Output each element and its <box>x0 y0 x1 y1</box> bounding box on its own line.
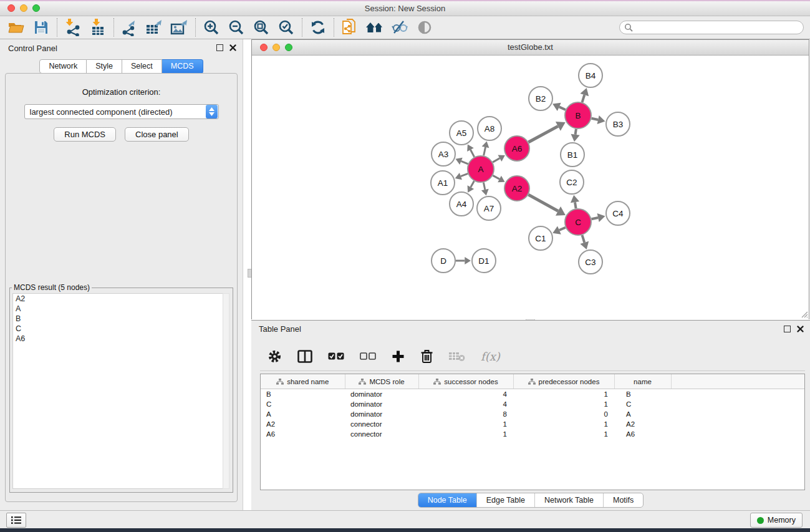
task-history-button[interactable] <box>6 513 26 528</box>
result-scrollbar[interactable] <box>223 293 229 489</box>
settings-gear-icon[interactable] <box>268 349 282 364</box>
graph-edge-C-C1[interactable] <box>559 228 566 230</box>
table-cell: dominator <box>345 409 418 419</box>
table-cell-filler <box>671 389 804 400</box>
import-table-button[interactable] <box>85 17 110 37</box>
tab-select[interactable]: Select <box>122 59 162 74</box>
graph-edge-B-B4[interactable] <box>582 95 585 102</box>
graph-edge-A2-C[interactable] <box>528 195 558 211</box>
tab-network[interactable]: Network <box>39 59 87 74</box>
tab-node-table[interactable]: Node Table <box>418 493 476 507</box>
table-cell: 1 <box>513 429 614 439</box>
graph-edge-C-C4[interactable] <box>591 218 598 219</box>
close-window-button[interactable] <box>7 4 15 12</box>
graph-edge-B-B3[interactable] <box>591 118 598 120</box>
result-item[interactable]: A2 <box>13 294 223 304</box>
tab-style[interactable]: Style <box>87 59 122 74</box>
resize-grip-icon[interactable] <box>800 310 808 318</box>
network-minimize-button[interactable] <box>272 44 280 51</box>
hide-glasses-button[interactable] <box>387 17 412 37</box>
column-header-shared-name[interactable]: shared name <box>261 374 345 389</box>
column-header-predecessor-nodes[interactable]: predecessor nodes <box>513 374 614 389</box>
zoom-selected-button[interactable] <box>274 17 299 37</box>
column-header-filler <box>671 374 804 389</box>
run-mcds-button[interactable]: Run MCDS <box>54 127 116 142</box>
search-input[interactable] <box>619 21 804 34</box>
tab-network-table[interactable]: Network Table <box>534 493 603 507</box>
zoom-in-icon <box>203 19 219 36</box>
tab-mcds[interactable]: MCDS <box>162 59 203 74</box>
zoom-out-button[interactable] <box>224 17 249 37</box>
graph-edge-A-A6[interactable] <box>493 158 499 162</box>
column-header-name[interactable]: name <box>614 374 671 389</box>
table-row[interactable]: Bdominator41B <box>261 389 804 400</box>
save-session-button[interactable] <box>29 17 54 37</box>
float-panel-icon[interactable] <box>216 44 223 51</box>
graph-edge-A-A1[interactable] <box>461 173 468 176</box>
result-item[interactable]: A <box>13 304 223 314</box>
zoom-out-icon <box>228 19 244 36</box>
delete-icon[interactable] <box>420 349 433 364</box>
table-cell: 0 <box>513 409 614 419</box>
memory-button[interactable]: Memory <box>750 513 803 528</box>
zoom-in-button[interactable] <box>199 17 224 37</box>
table-row[interactable]: Cdominator41C <box>261 399 804 409</box>
import-network-button[interactable] <box>60 17 85 37</box>
table-row[interactable]: A2connector11A2 <box>261 419 804 429</box>
graph-edge-B-B1[interactable] <box>576 129 576 135</box>
tab-edge-table[interactable]: Edge Table <box>476 493 534 507</box>
function-fx-icon: f(x) <box>481 350 500 363</box>
graph-node-label: A8 <box>485 124 495 133</box>
export-table-button[interactable] <box>142 17 167 37</box>
zoom-fit-button[interactable] <box>249 17 274 37</box>
list-icon <box>11 516 21 525</box>
open-session-button[interactable] <box>4 17 29 37</box>
table-row[interactable]: A6connector11A6 <box>261 429 804 439</box>
graph-edge-A-A7[interactable] <box>483 183 485 190</box>
export-network-button[interactable] <box>117 17 142 37</box>
graph-edge-A-A5[interactable] <box>470 150 474 157</box>
graph-edge-C-C3[interactable] <box>582 235 585 243</box>
graph-edge-B-B2[interactable] <box>559 107 566 110</box>
network-graph: B4B2BB3B1C2A5A8A6A3AA1A2A4A7C4CC1C3DD1 <box>252 56 809 319</box>
select-all-icon[interactable] <box>328 352 344 360</box>
home-button[interactable] <box>362 17 387 37</box>
graph-edge-A-A4[interactable] <box>471 181 474 187</box>
table-row[interactable]: Adominator80A <box>261 409 804 419</box>
export-image-button[interactable] <box>167 17 192 37</box>
graph-node-label: C2 <box>566 178 577 187</box>
network-zoom-button[interactable] <box>285 44 292 51</box>
table-cell: B <box>614 389 671 400</box>
show-eye-button[interactable] <box>412 17 437 37</box>
deselect-all-icon[interactable] <box>360 352 376 360</box>
tab-motifs[interactable]: Motifs <box>603 493 643 507</box>
network-close-button[interactable] <box>260 44 268 51</box>
close-panel-icon[interactable] <box>797 326 804 332</box>
graph-node-label: A7 <box>484 204 494 213</box>
refresh-button[interactable] <box>306 17 330 37</box>
close-panel-icon[interactable] <box>229 44 236 51</box>
graph-edge-A6-B[interactable] <box>528 126 557 142</box>
result-item[interactable]: B <box>13 314 223 324</box>
graph-edge-A-A3[interactable] <box>461 161 468 163</box>
zoom-window-button[interactable] <box>32 4 40 12</box>
control-panel: Control Panel Network Style Select MCDS … <box>0 39 243 510</box>
network-canvas[interactable]: B4B2BB3B1C2A5A8A6A3AA1A2A4A7C4CC1C3DD1 <box>252 56 809 319</box>
status-bar: Memory <box>0 510 810 528</box>
network-from-selection-button[interactable] <box>337 17 362 37</box>
result-item[interactable]: A6 <box>13 334 223 344</box>
graph-edge-C-C2[interactable] <box>575 202 576 208</box>
criterion-dropdown[interactable]: largest connected component (directed) <box>24 104 219 119</box>
columns-icon[interactable] <box>297 350 312 363</box>
float-panel-icon[interactable] <box>784 326 791 332</box>
mcds-result-title: MCDS result (5 nodes) <box>12 283 92 292</box>
graph-edge-A-A8[interactable] <box>484 147 486 155</box>
graph-edge-A-A2[interactable] <box>493 175 499 179</box>
result-item[interactable]: C <box>13 324 223 334</box>
add-column-icon[interactable] <box>392 350 405 363</box>
minimize-window-button[interactable] <box>20 4 27 12</box>
column-header-successor-nodes[interactable]: successor nodes <box>418 374 513 389</box>
network-window-titlebar[interactable]: testGlobe.txt <box>252 40 809 56</box>
column-header-mcds-role[interactable]: MCDS role <box>345 374 418 389</box>
close-panel-button[interactable]: Close panel <box>125 127 189 142</box>
